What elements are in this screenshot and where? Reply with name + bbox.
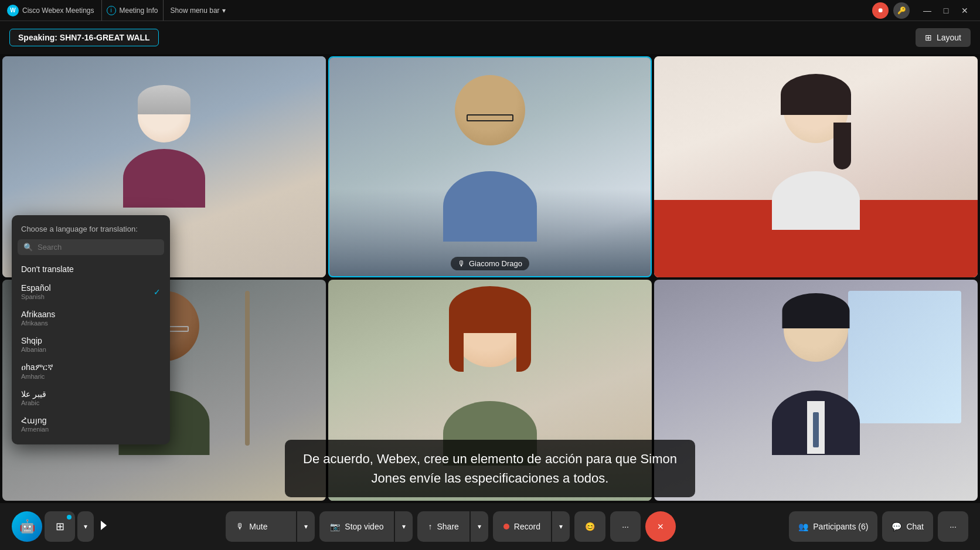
record-label: Record [514, 522, 540, 531]
speaking-badge: Speaking: SHN7-16-GREAT WALL [9, 29, 159, 46]
lang-name-amharic: ዐhaምርኛ [21, 362, 53, 372]
participant-hair-side-3 [833, 123, 851, 169]
stop-video-button[interactable]: 📷 Stop video [319, 511, 394, 542]
toolbar-left: 🤖 ⊞ ▾ [12, 511, 113, 542]
share-chevron[interactable]: ▾ [471, 511, 488, 542]
participants-button[interactable]: 👥 Participants (6) [789, 511, 877, 542]
lang-option-afrikaans[interactable]: Afrikaans Afrikaans [12, 305, 170, 331]
video-cell-2[interactable]: 🎙 Giacomo Drago [328, 56, 652, 277]
speaking-prefix: Speaking: [18, 33, 57, 42]
bg-window-6 [848, 291, 961, 423]
participant-body-2 [443, 171, 537, 242]
show-menu-button[interactable]: Show menu bar ▾ [171, 6, 226, 15]
share-button[interactable]: ↑ Share [417, 511, 469, 542]
share-icon: ↑ [428, 522, 432, 531]
reactions-icon: 😊 [585, 522, 595, 531]
video-grid: 🎙 Giacomo Drago [0, 54, 980, 503]
window-controls: — □ ✕ [919, 5, 973, 16]
app-logo: W Cisco Webex Meetings [7, 5, 94, 16]
ai-icon: 🤖 [19, 519, 35, 534]
meeting-header: Speaking: SHN7-16-GREAT WALL ⊞ Layout [0, 21, 980, 54]
participant-label-2: 🎙 Giacomo Drago [451, 257, 529, 270]
participant-body-3 [772, 171, 860, 230]
mute-button[interactable]: 🎙 Mute [226, 511, 296, 542]
language-dropdown: Choose a language for translation: 🔍 Don… [12, 215, 170, 444]
chat-button[interactable]: 💬 Chat [882, 511, 933, 542]
record-button[interactable]: Record [493, 511, 551, 542]
lamp-stand-4 [245, 291, 250, 446]
participant-face-2 [455, 75, 525, 145]
dont-translate-label: Don't translate [21, 264, 74, 274]
translate-active-dot [67, 515, 72, 520]
participant-tie-6 [813, 412, 819, 447]
layout-label: Layout [937, 33, 961, 42]
close-button[interactable]: ✕ [957, 5, 973, 16]
mic-icon-2: 🎙 [458, 259, 465, 268]
participant-body-1 [123, 149, 205, 208]
webex-logo-icon: W [7, 5, 19, 16]
end-call-button[interactable]: ✕ [645, 511, 676, 542]
lang-option-armenian[interactable]: Հայng Armenian [12, 411, 170, 437]
video-cell-3[interactable] [654, 56, 978, 277]
lang-sub-espanol: Spanish [21, 293, 51, 300]
participants-label: Participants (6) [813, 522, 868, 531]
more-icon: ··· [622, 522, 629, 531]
meeting-info-icon: i [107, 6, 116, 15]
translate-button[interactable]: ⊞ [45, 511, 75, 542]
video-cell-6[interactable] [654, 280, 978, 501]
stop-video-group: 📷 Stop video ▾ [319, 511, 413, 542]
record-group: Record ▾ [493, 511, 570, 542]
layout-button[interactable]: ⊞ Layout [916, 28, 971, 47]
info-button[interactable]: 🔑 [893, 2, 910, 19]
record-chevron[interactable]: ▾ [552, 511, 570, 542]
chat-label: Chat [906, 522, 924, 531]
subtitle-text: De acuerdo, Webex, cree un elemento de a… [303, 451, 677, 486]
lang-sub-afrikaans: Afrikaans [21, 320, 55, 327]
subtitle-box: De acuerdo, Webex, cree un elemento de a… [285, 440, 695, 497]
language-search-box[interactable]: 🔍 [18, 239, 164, 255]
lang-name-shqip: Shqip [21, 336, 46, 345]
toolbar-more-button[interactable]: ··· [938, 511, 968, 542]
lang-option-espanol[interactable]: Español Spanish ✓ [12, 279, 170, 305]
lang-name-arabic: قيبر علا [21, 389, 46, 399]
mute-chevron[interactable]: ▾ [297, 511, 315, 542]
stop-video-label: Stop video [345, 522, 383, 531]
translate-chevron[interactable]: ▾ [77, 511, 94, 542]
lang-option-arabic[interactable]: قيبر علا Arabic [12, 385, 170, 411]
cursor-area [101, 521, 113, 532]
reactions-button[interactable]: 😊 [574, 511, 605, 542]
layout-icon: ⊞ [925, 33, 932, 42]
participant-hair-1 [138, 85, 190, 114]
language-search-input[interactable] [38, 243, 158, 252]
more-button[interactable]: ··· [610, 511, 641, 542]
search-icon: 🔍 [23, 243, 33, 252]
maximize-button[interactable]: □ [938, 5, 954, 16]
stop-video-chevron[interactable]: ▾ [395, 511, 413, 542]
participants-icon: 👥 [798, 522, 808, 531]
lang-sub-amharic: Amharic [21, 373, 53, 380]
toolbar-right: 👥 Participants (6) 💬 Chat ··· [789, 511, 968, 542]
lang-name-armenian: Հայng [21, 416, 49, 425]
ai-assistant-button[interactable]: 🤖 [12, 511, 42, 542]
dont-translate-option[interactable]: Don't translate [12, 260, 170, 279]
participant-hair-6 [782, 293, 850, 328]
lang-check-espanol: ✓ [154, 287, 161, 297]
cursor-icon [101, 521, 107, 530]
meeting-info-button[interactable]: i Meeting Info [101, 0, 164, 21]
lang-sub-armenian: Armenian [21, 426, 49, 433]
titlebar-controls: ⏺ 🔑 — □ ✕ [872, 2, 973, 19]
minimize-button[interactable]: — [919, 5, 935, 16]
lang-option-shqip[interactable]: Shqip Albanian [12, 331, 170, 358]
lang-name-afrikaans: Afrikaans [21, 310, 55, 319]
recording-indicator: ⏺ [872, 2, 889, 19]
video-icon: 📷 [330, 522, 340, 531]
share-group: ↑ Share ▾ [417, 511, 488, 542]
toolbar-center: 🎙 Mute ▾ 📷 Stop video ▾ ↑ Share ▾ [117, 511, 784, 542]
lang-name-espanol: Español [21, 283, 51, 293]
chat-icon: 💬 [891, 522, 901, 531]
participant-name-2: Giacomo Drago [469, 259, 522, 268]
show-menu-label: Show menu bar [171, 6, 220, 15]
participant-hair-3 [781, 74, 851, 115]
translate-icon: ⊞ [56, 520, 64, 533]
lang-option-amharic[interactable]: ዐhaምርኛ Amharic [12, 358, 170, 385]
